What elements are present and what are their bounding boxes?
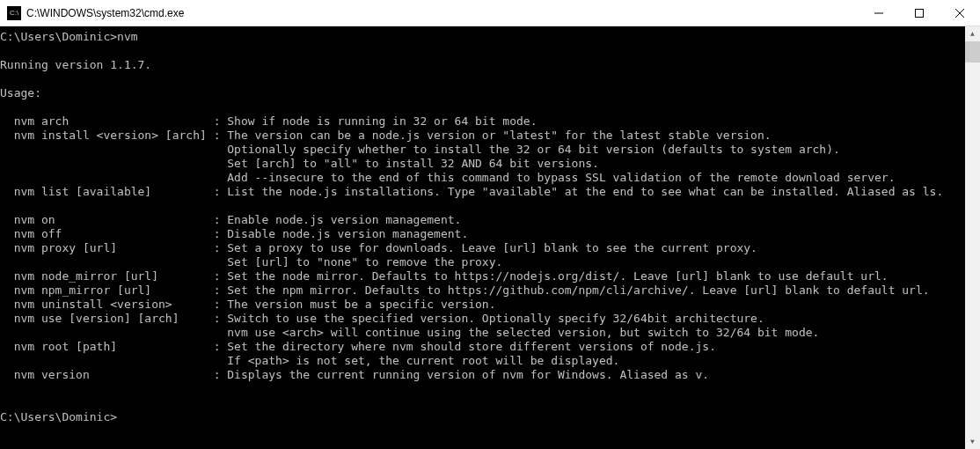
close-button[interactable]: [940, 0, 980, 26]
maximize-button[interactable]: [899, 0, 940, 26]
scrollbar[interactable]: ▲ ▼: [965, 26, 980, 449]
scroll-thumb[interactable]: [965, 41, 980, 63]
cmd-icon: C:\: [7, 6, 21, 20]
scroll-down-icon[interactable]: ▼: [965, 434, 980, 449]
minimize-button[interactable]: [859, 0, 899, 26]
svg-rect-1: [916, 9, 924, 17]
terminal-output[interactable]: C:\Users\Dominic>nvm Running version 1.1…: [0, 26, 965, 449]
scroll-up-icon[interactable]: ▲: [965, 26, 980, 41]
window-title: C:\WINDOWS\system32\cmd.exe: [26, 7, 859, 19]
titlebar[interactable]: C:\ C:\WINDOWS\system32\cmd.exe: [0, 0, 980, 26]
window-controls: [859, 0, 980, 26]
